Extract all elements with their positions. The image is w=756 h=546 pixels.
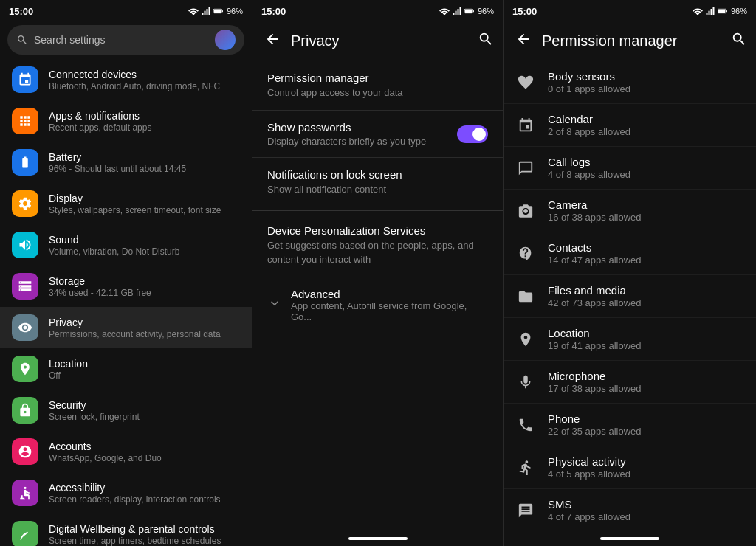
contacts-subtitle: 14 of 47 apps allowed <box>548 255 641 266</box>
camera-icon <box>515 201 536 221</box>
perm-item-files-media[interactable]: Files and media 42 of 73 apps allowed <box>504 275 756 318</box>
svg-rect-17 <box>710 9 712 15</box>
privacy-signal-icon <box>453 7 461 15</box>
microphone-title: Microphone <box>548 370 641 382</box>
connected-text: Connected devices Bluetooth, Android Aut… <box>49 69 220 91</box>
status-bar: 15:00 96% <box>0 0 252 21</box>
privacy-item-show-passwords[interactable]: Show passwords Display characters briefl… <box>252 111 503 158</box>
search-bar[interactable]: Search settings <box>7 25 244 55</box>
device-pers-subtitle: Get suggestions based on the people, app… <box>267 239 488 266</box>
calendar-text: Calendar 2 of 8 apps allowed <box>548 113 630 137</box>
privacy-search-button[interactable] <box>478 31 494 51</box>
phone-icon <box>515 415 536 435</box>
files-media-title: Files and media <box>548 284 641 297</box>
privacy-subtitle: Permissions, account activity, personal … <box>49 329 221 339</box>
battery-settings-icon <box>12 149 38 176</box>
perm-back-button[interactable] <box>512 28 535 54</box>
location-icon <box>12 356 38 382</box>
perm-item-contacts[interactable]: Contacts 14 of 47 apps allowed <box>504 232 756 275</box>
accounts-title: Accounts <box>49 440 162 452</box>
privacy-wifi-icon <box>439 7 450 15</box>
perm-bottom-indicator <box>600 537 659 540</box>
settings-item-security[interactable]: Security Screen lock, fingerprint <box>0 390 252 431</box>
digital-title: Digital Wellbeing & parental controls <box>49 523 221 535</box>
settings-item-accessibility[interactable]: Accessibility Screen readers, display, i… <box>0 472 252 514</box>
contacts-icon <box>515 243 536 264</box>
sound-icon <box>12 232 38 258</box>
svg-rect-6 <box>214 10 221 13</box>
phone-title: Phone <box>548 412 641 425</box>
settings-item-location[interactable]: Location Off <box>0 348 252 390</box>
signal-icon <box>202 7 210 15</box>
connected-subtitle: Bluetooth, Android Auto, driving mode, N… <box>49 81 220 91</box>
perm-search-button[interactable] <box>731 31 747 51</box>
perm-item-physical-activity[interactable]: Physical activity 4 of 5 apps allowed <box>504 446 756 489</box>
settings-item-battery[interactable]: Battery 96% - Should last until about 14… <box>0 142 252 183</box>
sound-text: Sound Volume, vibration, Do Not Disturb <box>49 234 179 257</box>
notifications-subtitle: Show all notification content <box>267 183 488 196</box>
microphone-icon <box>515 372 536 393</box>
perm-item-body-sensors[interactable]: Body sensors 0 of 1 apps allowed <box>504 61 756 104</box>
show-passwords-content: Show passwords Display characters briefl… <box>267 121 448 147</box>
settings-item-sound[interactable]: Sound Volume, vibration, Do Not Disturb <box>0 224 252 266</box>
digital-subtitle: Screen time, app timers, bedtime schedul… <box>49 536 221 546</box>
privacy-list: Permission manager Control app access to… <box>252 61 503 531</box>
accessibility-text: Accessibility Screen readers, display, i… <box>49 482 221 505</box>
sound-subtitle: Volume, vibration, Do Not Disturb <box>49 246 179 257</box>
location-subtitle: Off <box>49 370 88 381</box>
body-sensors-icon <box>515 72 536 93</box>
perm-item-call-logs[interactable]: Call logs 4 of 8 apps allowed <box>504 147 756 190</box>
perm-item-camera[interactable]: Camera 16 of 38 apps allowed <box>504 190 756 232</box>
privacy-battery-icon <box>464 7 475 15</box>
perm-battery-percent: 96% <box>731 7 747 15</box>
battery-title: Battery <box>49 151 186 163</box>
settings-item-storage[interactable]: Storage 34% used - 42.11 GB free <box>0 266 252 307</box>
settings-item-display[interactable]: Display Styles, wallpapers, screen timeo… <box>0 183 252 224</box>
perm-item-phone[interactable]: Phone 22 of 35 apps allowed <box>504 404 756 446</box>
call-logs-icon <box>515 158 536 179</box>
files-media-icon <box>515 286 536 307</box>
privacy-item-advanced[interactable]: Advanced App content, Autofill service f… <box>252 277 503 333</box>
privacy-item-permission-manager[interactable]: Permission manager Control app access to… <box>252 61 503 111</box>
call-logs-title: Call logs <box>548 156 630 168</box>
perm-item-microphone[interactable]: Microphone 17 of 38 apps allowed <box>504 361 756 404</box>
location-text: Location Off <box>49 358 88 381</box>
sms-text: SMS 4 of 7 apps allowed <box>548 498 630 522</box>
storage-text: Storage 34% used - 42.11 GB free <box>49 275 151 298</box>
settings-item-digital[interactable]: Digital Wellbeing & parental controls Sc… <box>0 514 252 546</box>
privacy-title: Privacy <box>49 317 221 328</box>
show-passwords-title: Show passwords <box>267 121 448 134</box>
privacy-item-notifications[interactable]: Notifications on lock screen Show all no… <box>252 158 503 207</box>
svg-point-7 <box>24 487 26 489</box>
notifications-title: Notifications on lock screen <box>267 168 488 181</box>
perm-item-calendar[interactable]: Calendar 2 of 8 apps allowed <box>504 104 756 147</box>
settings-item-apps[interactable]: Apps & notifications Recent apps, defaul… <box>0 100 252 142</box>
privacy-item-device-personalization[interactable]: Device Personalization Services Get sugg… <box>252 214 503 277</box>
svg-rect-11 <box>459 7 461 15</box>
settings-item-connected[interactable]: Connected devices Bluetooth, Android Aut… <box>0 59 252 100</box>
camera-subtitle: 16 of 38 apps allowed <box>548 212 641 223</box>
privacy-bottom-bar <box>252 531 503 546</box>
perm-location-subtitle: 19 of 41 apps allowed <box>548 340 641 351</box>
perm-status-bar: 15:00 96% <box>504 0 756 21</box>
security-title: Security <box>49 399 140 411</box>
body-sensors-title: Body sensors <box>548 70 630 83</box>
svg-rect-16 <box>708 11 709 15</box>
svg-rect-21 <box>718 10 726 13</box>
perm-header: Permission manager <box>504 21 756 61</box>
perm-item-location[interactable]: Location 19 of 41 apps allowed <box>504 318 756 361</box>
show-passwords-toggle[interactable] <box>457 125 488 143</box>
status-time: 15:00 <box>9 6 33 17</box>
perm-bottom-bar <box>504 531 756 546</box>
perm-item-sms[interactable]: SMS 4 of 7 apps allowed <box>504 489 756 531</box>
settings-item-privacy[interactable]: Privacy Permissions, account activity, p… <box>0 307 252 348</box>
apps-text: Apps & notifications Recent apps, defaul… <box>49 110 151 133</box>
display-text: Display Styles, wallpapers, screen timeo… <box>49 193 221 215</box>
settings-item-accounts[interactable]: Accounts WhatsApp, Google, and Duo <box>0 431 252 472</box>
privacy-back-button[interactable] <box>261 28 284 54</box>
display-title: Display <box>49 193 221 204</box>
user-avatar[interactable] <box>215 30 236 50</box>
apps-subtitle: Recent apps, default apps <box>49 122 151 133</box>
privacy-panel: 15:00 96% Privacy Permission manager Con… <box>252 0 504 546</box>
display-subtitle: Styles, wallpapers, screen timeout, font… <box>49 205 221 215</box>
